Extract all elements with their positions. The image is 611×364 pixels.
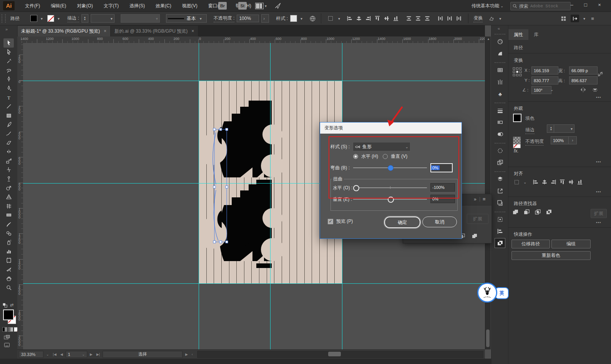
pathfinder-intersect-button[interactable] — [535, 209, 541, 215]
align-bottom-button[interactable] — [577, 179, 583, 185]
reference-point-widget[interactable] — [512, 67, 522, 77]
flip-horizontal-icon[interactable] — [580, 87, 586, 93]
gradient-mode-icon[interactable] — [8, 327, 13, 332]
guide-vertical[interactable] — [199, 43, 199, 349]
shape-builder-tool[interactable] — [3, 184, 14, 193]
warp-style-select[interactable]: 鱼形 ⌄ — [353, 142, 410, 151]
dist-v-bottom-button[interactable] — [423, 15, 432, 22]
symbols-panel-icon[interactable]: ♣ — [495, 89, 505, 98]
transform-panel-icon[interactable] — [495, 215, 505, 224]
radio-horizontal[interactable]: 水平 (H) — [353, 153, 378, 160]
document-setup-icon[interactable] — [309, 15, 316, 22]
group-button[interactable]: 编组 — [551, 240, 591, 248]
ruler-horizontal[interactable]: 1400120010008006004002000200400600800100… — [17, 36, 485, 43]
stroke-panel-icon[interactable] — [495, 106, 505, 115]
status-collapse-icon[interactable]: ‹ — [191, 352, 194, 356]
mesh-tool[interactable] — [3, 202, 14, 211]
distort-h-slider-thumb[interactable] — [353, 185, 359, 191]
align-middle-v-button[interactable] — [382, 15, 391, 22]
radio-selected-icon[interactable] — [353, 154, 358, 159]
dock-collapse-icon[interactable]: « — [498, 26, 500, 31]
radio-vertical[interactable]: 垂直 (V) — [383, 153, 407, 160]
artboards-panel-icon[interactable] — [495, 198, 505, 207]
slice-tool[interactable] — [3, 265, 14, 274]
appearance-panel-icon[interactable] — [495, 146, 505, 155]
height-input[interactable]: 896.637 — [569, 76, 598, 84]
stock-button[interactable]: St — [238, 2, 247, 10]
transparency-panel-icon[interactable] — [495, 129, 505, 139]
fx-button[interactable]: fx. — [514, 148, 519, 154]
dist-v-center-button[interactable] — [414, 15, 422, 22]
dialog-titlebar[interactable]: 变形选项 — [320, 122, 462, 134]
document-tab-inactive[interactable]: 新的.ai @ 33.33% (RGB/GPU 预览) × — [110, 26, 198, 36]
selection-outline[interactable] — [208, 125, 234, 248]
rectangle-tool[interactable] — [3, 111, 14, 120]
arrange-documents-button[interactable]: ▾ — [255, 3, 267, 9]
ruler-vertical[interactable]: 2 0 002 0 04 0 06 0 08 0 01 0 0 01 2 0 0… — [17, 43, 23, 349]
bend-slider-thumb[interactable] — [388, 165, 393, 171]
align-right-button[interactable] — [364, 15, 372, 22]
align-top-button[interactable] — [373, 15, 382, 22]
blend-tool[interactable] — [3, 229, 14, 238]
scroll-up-icon[interactable]: ▲ — [487, 37, 490, 41]
column-graph-tool[interactable] — [3, 247, 14, 256]
line-segment-tool[interactable] — [3, 102, 14, 111]
pathfinder-exclude-button[interactable] — [546, 209, 552, 215]
cancel-button[interactable]: 取消 — [422, 217, 457, 227]
opacity-expand-button[interactable]: › — [261, 14, 269, 23]
dist-v-top-button[interactable] — [405, 15, 413, 22]
close-button[interactable]: × — [593, 0, 606, 10]
width-tool[interactable] — [3, 165, 14, 174]
panel-menu-icon[interactable]: ≡ — [483, 196, 486, 202]
transform-link[interactable]: 变换 — [473, 15, 483, 22]
tab-close-icon[interactable]: × — [191, 28, 194, 34]
brushes-panel-icon[interactable] — [495, 77, 505, 86]
dist-h-center-button[interactable] — [445, 15, 454, 22]
zoom-chevron-icon[interactable]: ⌄ — [45, 352, 50, 356]
stepper-down-icon[interactable]: ▼ — [83, 18, 86, 21]
stroke-weight-stepper[interactable]: ▲▼ — [81, 14, 88, 23]
radio-unselected-icon[interactable] — [383, 154, 388, 159]
swap-arrows-icon[interactable]: ⇄ — [10, 303, 13, 308]
panel-collapse-icon[interactable]: » — [474, 197, 477, 202]
symbol-sprayer-tool[interactable] — [3, 238, 14, 247]
menu-item-5[interactable]: 效果(C) — [151, 0, 176, 12]
dist-h-right-button[interactable] — [455, 15, 463, 22]
magic-wand-tool[interactable] — [3, 56, 14, 66]
opacity-field[interactable]: 100% — [237, 15, 259, 22]
eraser-tool[interactable] — [3, 138, 14, 147]
recolor-button[interactable]: 重新着色 — [511, 251, 591, 260]
last-artboard-icon[interactable]: ▶| — [95, 352, 101, 356]
width-input[interactable]: 66.089 p — [569, 66, 598, 74]
appearance-opacity-label[interactable]: 不透明度 — [525, 138, 544, 146]
share-icon[interactable] — [274, 2, 281, 9]
dist-h-left-button[interactable] — [436, 15, 445, 22]
preview-checkbox-row[interactable]: ✓ 预览 (P) — [328, 218, 353, 225]
perspective-grid-tool[interactable] — [3, 192, 14, 202]
menu-list-icon[interactable]: ≡ — [588, 15, 597, 22]
style-swatch[interactable] — [290, 15, 297, 22]
align-center-h-button[interactable] — [541, 179, 548, 185]
chevron-down-icon[interactable]: ▾ — [301, 17, 302, 21]
bridge-button[interactable]: Br — [218, 2, 227, 10]
document-tab-active[interactable]: 未标题-1* @ 33.33% (RGB/GPU 预览) × — [17, 26, 110, 36]
paintbrush-tool[interactable] — [3, 120, 14, 129]
export-panel-icon[interactable] — [495, 186, 505, 195]
gradient-tool[interactable] — [3, 210, 14, 220]
pathfinder-unite-button[interactable] — [472, 233, 478, 239]
reflect-tool[interactable] — [3, 147, 14, 156]
status-expand-icon[interactable]: ▶ — [184, 352, 189, 356]
guide-horizontal[interactable] — [23, 283, 485, 284]
align-to-selection-button[interactable] — [512, 178, 521, 186]
brush-definition-select[interactable]: ▾ — [121, 14, 160, 23]
distort-h-value-input[interactable]: -100% — [430, 183, 455, 192]
pathfinder-minus-front-button[interactable] — [523, 209, 530, 215]
hand-tool[interactable] — [3, 274, 14, 283]
opacity-expand-button[interactable]: › — [568, 136, 577, 144]
horizontal-scrollbar[interactable] — [197, 351, 483, 358]
rotation-input[interactable]: 180° — [531, 86, 551, 94]
pathfinder-panel-icon[interactable] — [495, 238, 505, 248]
offset-path-button[interactable]: 位移路径 — [511, 240, 550, 248]
tab-properties[interactable]: 属性 — [508, 29, 528, 40]
next-artboard-icon[interactable]: ▶ — [89, 352, 94, 356]
